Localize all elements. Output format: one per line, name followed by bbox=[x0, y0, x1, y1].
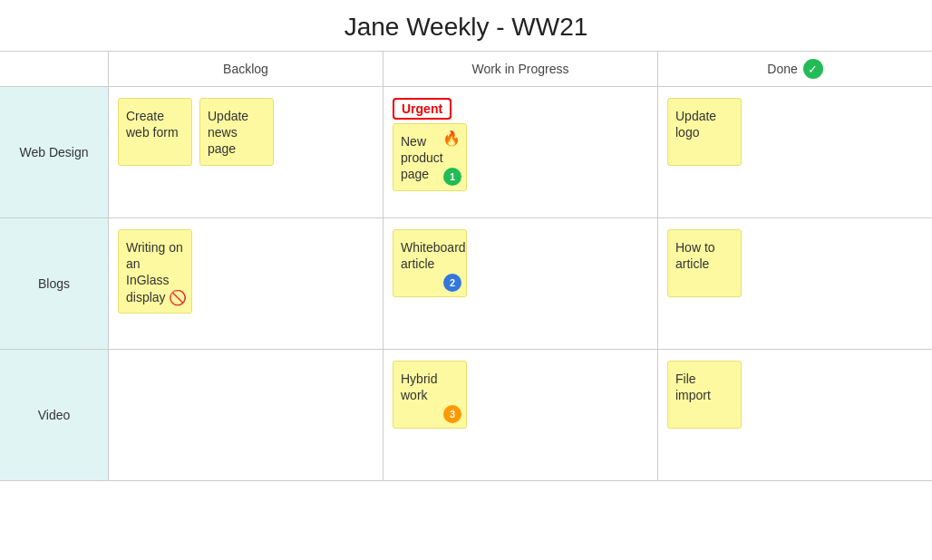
done-cell-0: Update logo bbox=[658, 87, 932, 217]
done-cell-2: File import bbox=[658, 350, 932, 480]
urgent-badge: Urgent bbox=[393, 98, 451, 120]
urgent-group: UrgentNew product page🔥1 bbox=[393, 98, 467, 191]
backlog-cell-2 bbox=[109, 350, 383, 480]
sticky-note[interactable]: Hybrid work3 bbox=[393, 361, 467, 429]
fire-icon: 🔥 bbox=[442, 130, 461, 149]
sticky-note-done[interactable]: File import bbox=[667, 361, 742, 429]
kanban-row: BlogsWriting on an InGlass display🚫White… bbox=[0, 218, 932, 350]
kanban-row: VideoHybrid work3File import bbox=[0, 350, 932, 481]
sticky-note[interactable]: Update news page bbox=[199, 98, 274, 166]
kanban-body: Web DesignCreate web formUpdate news pag… bbox=[0, 87, 932, 481]
badge-number: 3 bbox=[443, 405, 461, 423]
header-backlog: Backlog bbox=[109, 52, 383, 86]
row-label-video: Video bbox=[0, 350, 109, 480]
backlog-cell-0: Create web formUpdate news page bbox=[109, 87, 383, 217]
done-cell-1: How to article bbox=[658, 218, 932, 349]
backlog-cell-1: Writing on an InGlass display🚫 bbox=[109, 218, 383, 349]
header-empty bbox=[0, 52, 109, 86]
badge-number: 2 bbox=[443, 274, 461, 292]
page-title: Jane Weekly - WW21 bbox=[0, 0, 932, 51]
sticky-note-done[interactable]: Update logo bbox=[667, 98, 742, 166]
badge-number: 1 bbox=[443, 168, 461, 186]
wip-cell-2: Hybrid work3 bbox=[383, 350, 658, 480]
sticky-note[interactable]: Create web form bbox=[118, 98, 192, 166]
block-icon: 🚫 bbox=[169, 289, 187, 308]
kanban-row: Web DesignCreate web formUpdate news pag… bbox=[0, 87, 932, 218]
row-label-blogs: Blogs bbox=[0, 218, 109, 349]
kanban-header: Backlog Work in Progress Done ✓ bbox=[0, 51, 932, 87]
done-check-icon: ✓ bbox=[803, 59, 823, 79]
kanban-board: Backlog Work in Progress Done ✓ Web Desi… bbox=[0, 51, 932, 481]
sticky-note-urgent[interactable]: New product page🔥1 bbox=[393, 123, 467, 191]
wip-cell-0: UrgentNew product page🔥1 bbox=[383, 87, 658, 217]
sticky-note[interactable]: Whiteboard article2 bbox=[393, 229, 467, 297]
row-label-web-design: Web Design bbox=[0, 87, 109, 217]
header-wip: Work in Progress bbox=[383, 52, 658, 86]
header-done: Done ✓ bbox=[658, 52, 932, 86]
sticky-note-done[interactable]: How to article bbox=[667, 229, 742, 297]
wip-cell-1: Whiteboard article2 bbox=[383, 218, 658, 349]
sticky-note[interactable]: Writing on an InGlass display🚫 bbox=[118, 229, 192, 314]
